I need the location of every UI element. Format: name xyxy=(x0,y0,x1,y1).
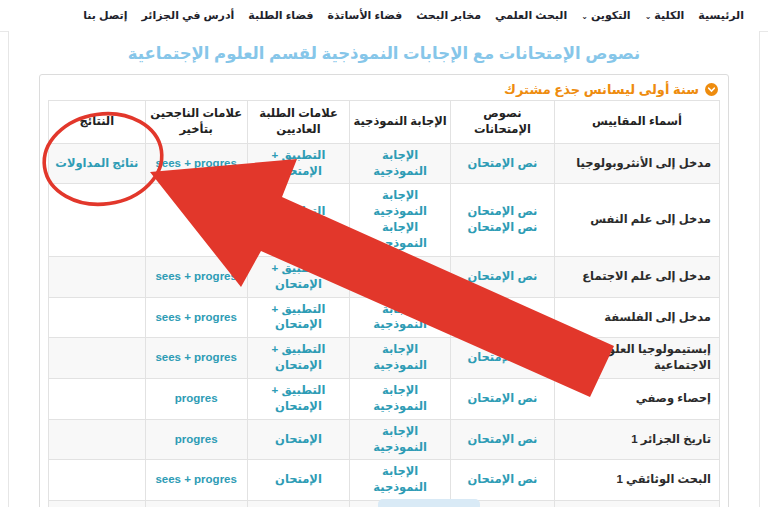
model-answer-link[interactable]: الإجابة النموذجية الإجابة النموذجية xyxy=(373,189,427,249)
table-row: تاريخ الجزائر 1 نص الإمتحان الإجابة النم… xyxy=(49,419,720,460)
section-first-year-header[interactable]: سنة أولى ليسانس جذع مشترك xyxy=(40,75,728,100)
exam-text-link[interactable]: نص الإمتحان xyxy=(467,157,537,169)
nav-item-scientific-research[interactable]: البحث العلمي xyxy=(495,9,567,22)
module-name-cell: إحصاء وصفي xyxy=(554,379,719,420)
exam-text-link[interactable]: نص الإمتحان xyxy=(467,392,537,404)
module-name-cell: البحث الوثائقي 1 xyxy=(554,460,719,501)
column-header-results: النتائج xyxy=(49,101,146,144)
regular-marks-link[interactable]: التطبيق + الإمتحان xyxy=(272,303,326,331)
regular-marks-link[interactable]: الإمتحان xyxy=(275,473,322,485)
column-header-model-answer: الإجابة النموذجية xyxy=(350,101,451,144)
table-header-row: أسماء المقاييس نصوص الإمتحانات الإجابة ا… xyxy=(49,101,720,144)
regular-marks-link[interactable]: التطبيق + الإمتحان xyxy=(272,205,326,233)
column-header-modules: أسماء المقاييس xyxy=(554,101,719,144)
nav-item-professors-space[interactable]: فضاء الأساتذة xyxy=(327,9,402,22)
module-name-cell: مدخل إلى الفلسفة xyxy=(554,297,719,338)
model-answer-link[interactable]: الإجابة النموذجية xyxy=(373,262,427,290)
module-name-cell: إبستيمولوجيا العلوم الاجتماعية xyxy=(554,338,719,379)
section-title: سنة أولى ليسانس جذع مشترك xyxy=(504,82,699,97)
table-row: البحث الوثائقي 1 نص الإمتحان الإجابة الن… xyxy=(49,460,720,501)
late-marks-link[interactable]: sees + progres xyxy=(155,351,237,363)
model-answer-link[interactable]: الإجابة النموذجية xyxy=(373,303,427,331)
regular-marks-link[interactable]: التطبيق + الإمتحان xyxy=(272,149,326,177)
nav-item-faculty[interactable]: الكلية⌄ xyxy=(645,9,685,22)
late-marks-link[interactable]: sees + progres xyxy=(155,311,237,323)
exam-text-link[interactable]: نص الإمتحان xyxy=(467,473,537,485)
model-answer-link[interactable]: الإجابة النموذجية xyxy=(373,384,427,412)
regular-marks-link[interactable]: التطبيق + الإمتحان xyxy=(272,384,326,412)
regular-marks-link[interactable]: التطبيق + الإمتحان xyxy=(272,262,326,290)
exams-table: أسماء المقاييس نصوص الإمتحانات الإجابة ا… xyxy=(48,100,720,507)
late-marks-link[interactable]: progres xyxy=(175,392,218,404)
column-header-exam-texts: نصوص الإمتحانات xyxy=(450,101,554,144)
late-marks-link[interactable]: sees + progres xyxy=(155,270,237,282)
exams-table-wrapper: أسماء المقاييس نصوص الإمتحانات الإجابة ا… xyxy=(40,100,728,507)
table-row: مدخل إلى علم الاجتماع نص الإمتحان الإجاب… xyxy=(49,256,720,297)
page-title: نصوص الإمتحانات مع الإجابات النموذجية لق… xyxy=(9,44,759,63)
nav-item-students-space[interactable]: فضاء الطلبة xyxy=(248,9,313,22)
table-row: إحصاء وصفي نص الإمتحان الإجابة النموذجية… xyxy=(49,379,720,420)
module-name-cell: مدخل إلى الأنثروبولوجيا xyxy=(554,143,719,184)
regular-marks-link[interactable]: الإمتحان xyxy=(275,433,322,445)
nav-item-research-labs[interactable]: مخابر البحث xyxy=(416,9,481,22)
sections-accordion: سنة أولى ليسانس جذع مشترك أسماء المقاييس… xyxy=(39,74,729,507)
nav-item-home[interactable]: الرئيسية xyxy=(698,9,744,22)
model-answer-link[interactable]: الإجابة النموذجية xyxy=(373,425,427,453)
late-marks-link[interactable]: sees + progres xyxy=(155,157,237,169)
late-marks-link[interactable]: sees + progres xyxy=(155,473,237,485)
exam-text-link[interactable]: نص الإمتحان xyxy=(467,311,537,323)
chevron-circle-down-icon xyxy=(705,83,718,96)
nav-item-training[interactable]: التكوين⌄ xyxy=(581,9,630,22)
late-marks-link[interactable]: progres xyxy=(175,433,218,445)
table-row: مدخل إلى علم النفس نص الإمتحان نص الإمتح… xyxy=(49,184,720,256)
exams-table-body: مدخل إلى الأنثروبولوجيا نص الإمتحان الإج… xyxy=(49,143,720,507)
regular-marks-link[interactable]: التطبيق + الإمتحان xyxy=(272,343,326,371)
module-name-cell: مدخل إلى علم النفس xyxy=(554,184,719,256)
nav-item-study-in-algeria[interactable]: أدرس في الجزائر xyxy=(142,9,235,22)
exam-text-link[interactable]: نص الإمتحان نص الإمتحان xyxy=(467,205,537,233)
chevron-down-icon: ⌄ xyxy=(645,12,652,21)
exam-text-link[interactable]: نص الإمتحان xyxy=(467,270,537,282)
exam-text-link[interactable]: نص الإمتحان xyxy=(467,351,537,363)
model-answer-link[interactable]: الإجابة النموذجية xyxy=(373,149,427,177)
module-name-cell: مدخل إلى البرامج الحرة والمصادر المفتوحة xyxy=(554,501,719,507)
column-header-regular-marks: علامات الطلبة العاديين xyxy=(247,101,350,144)
content-container: نصوص الإمتحانات مع الإجابات النموذجية لق… xyxy=(8,31,760,507)
table-row: مدخل إلى الفلسفة نص الإمتحان الإجابة الن… xyxy=(49,297,720,338)
table-row: مدخل إلى الأنثروبولوجيا نص الإمتحان الإج… xyxy=(49,143,720,184)
module-name-cell: مدخل إلى علم الاجتماع xyxy=(554,256,719,297)
column-header-late-marks: علامات الناجحين بتأخير xyxy=(145,101,247,144)
nav-item-contact[interactable]: إتصل بنا xyxy=(83,9,127,22)
section-first-year: سنة أولى ليسانس جذع مشترك أسماء المقاييس… xyxy=(39,74,729,507)
chevron-down-icon: ⌄ xyxy=(581,12,588,21)
table-row: إبستيمولوجيا العلوم الاجتماعية نص الإمتح… xyxy=(49,338,720,379)
module-name-cell: تاريخ الجزائر 1 xyxy=(554,419,719,460)
cutoff-blue-element xyxy=(378,499,480,507)
top-nav: الرئيسية الكلية⌄ التكوين⌄ البحث العلمي م… xyxy=(0,0,768,32)
model-answer-link[interactable]: الإجابة النموذجية xyxy=(373,343,427,371)
exam-text-link[interactable]: نص الإمتحان xyxy=(467,433,537,445)
results-link[interactable]: نتائج المداولات xyxy=(55,157,138,169)
model-answer-link[interactable]: الإجابة النموذجية xyxy=(373,465,427,493)
